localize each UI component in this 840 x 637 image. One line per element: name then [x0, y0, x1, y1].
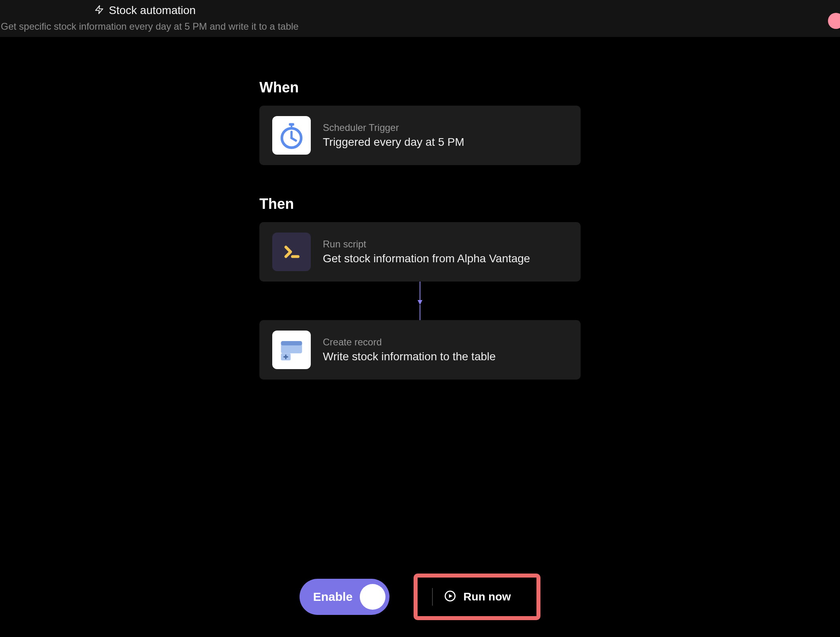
- action-label: Run script: [323, 239, 530, 250]
- lightning-icon: [94, 5, 104, 16]
- automation-description: Get specific stock information every day…: [1, 21, 299, 32]
- avatar[interactable]: [828, 13, 840, 29]
- trigger-label: Scheduler Trigger: [323, 122, 464, 133]
- enable-label: Enable: [313, 590, 353, 604]
- svg-marker-8: [418, 300, 422, 305]
- flow-connector: [259, 282, 581, 320]
- when-heading: When: [259, 79, 581, 96]
- header-title-row: Stock automation: [94, 4, 840, 17]
- action-card-run-script[interactable]: Run script Get stock information from Al…: [259, 222, 581, 282]
- then-heading: Then: [259, 196, 581, 212]
- svg-marker-0: [96, 6, 103, 14]
- svg-marker-16: [449, 594, 452, 598]
- run-now-highlight: Run now: [414, 574, 540, 620]
- svg-line-5: [292, 138, 296, 141]
- action-desc: Get stock information from Alpha Vantage: [323, 252, 530, 265]
- enable-toggle[interactable]: Enable: [300, 579, 389, 615]
- action-label: Create record: [323, 337, 496, 348]
- trigger-card[interactable]: Scheduler Trigger Triggered every day at…: [259, 106, 581, 165]
- terminal-icon: [272, 233, 311, 271]
- clock-icon: [272, 116, 311, 155]
- automation-canvas: When Scheduler Trigger Triggered every d…: [0, 37, 840, 380]
- action-desc: Write stock information to the table: [323, 350, 496, 363]
- divider: [432, 588, 433, 606]
- play-circle-icon: [444, 590, 456, 604]
- trigger-desc: Triggered every day at 5 PM: [323, 136, 464, 149]
- run-now-button[interactable]: Run now: [444, 590, 511, 604]
- run-now-label: Run now: [463, 590, 511, 603]
- svg-rect-11: [281, 341, 302, 345]
- toggle-knob: [360, 584, 385, 610]
- table-add-icon: [272, 331, 311, 369]
- header-bar: Stock automation Get specific stock info…: [0, 0, 840, 37]
- automation-title: Stock automation: [109, 4, 196, 17]
- bottom-bar: Enable Run now: [0, 574, 840, 620]
- action-card-create-record[interactable]: Create record Write stock information to…: [259, 320, 581, 380]
